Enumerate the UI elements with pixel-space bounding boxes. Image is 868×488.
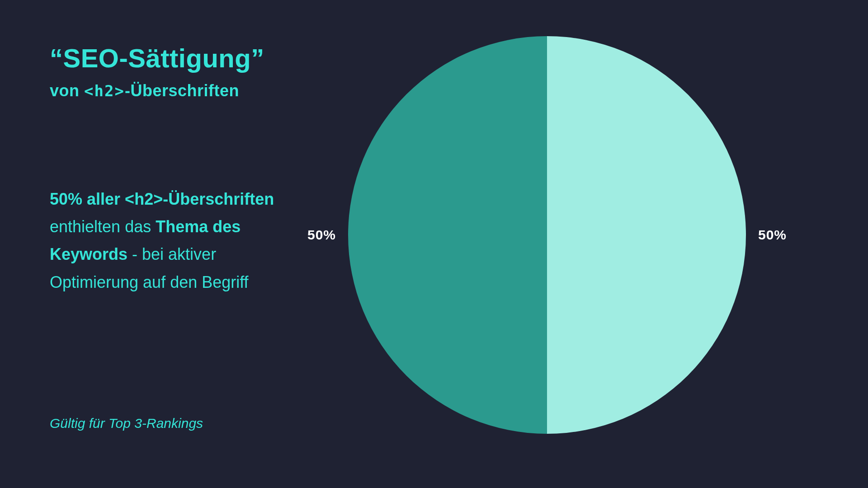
subtitle-tag: <h2> (84, 82, 125, 100)
chart-title: “SEO-Sättigung” (50, 43, 264, 73)
pie-label-right: 50% (758, 227, 787, 243)
subtitle-pre: von (50, 81, 84, 100)
desc-bold-1: 50% aller <h2>-Überschriften (50, 190, 274, 208)
desc-text-1: enthielten das (50, 217, 156, 236)
pie-slice-right (547, 36, 746, 434)
pie-disc (348, 36, 746, 434)
chart-footnote: Gültig für Top 3-Rankings (50, 416, 203, 431)
subtitle-post: -Überschriften (125, 81, 239, 100)
chart-subtitle: von <h2>-Überschriften (50, 81, 239, 100)
pie-label-left: 50% (307, 227, 336, 243)
chart-description: 50% aller <h2>-Überschriften enthielten … (50, 185, 294, 296)
pie-chart: 50% 50% (348, 36, 746, 434)
pie-slice-left (348, 36, 547, 434)
